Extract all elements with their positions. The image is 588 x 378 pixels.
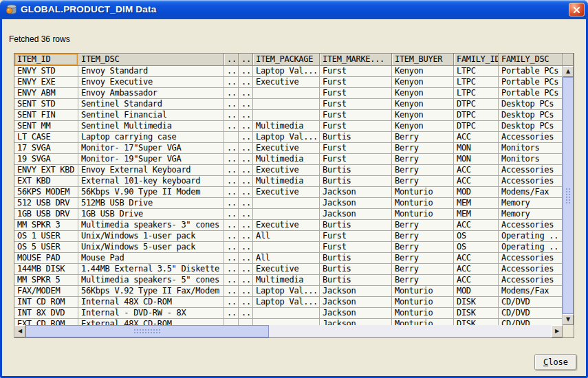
table-cell[interactable]: MM SPKR 3 [14, 220, 78, 231]
table-cell[interactable]: Unix/Windows 5-user pack [78, 242, 224, 253]
table-cell[interactable]: Burtis [320, 220, 392, 231]
table-cell[interactable]: ... [224, 99, 239, 110]
table-cell[interactable]: Envoy Ambassador [78, 88, 224, 99]
table-cell[interactable]: ... [239, 297, 253, 308]
table-cell[interactable]: ... [224, 209, 239, 220]
table-cell[interactable]: Monturio [392, 297, 454, 308]
window-close-button[interactable] [569, 3, 585, 16]
table-cell[interactable]: MON [454, 154, 499, 165]
column-header[interactable]: ... [239, 54, 253, 66]
table-cell[interactable]: FAX/MODEM [14, 286, 78, 297]
table-cell[interactable]: ... [224, 110, 239, 121]
table-cell[interactable]: Furst [320, 154, 392, 165]
table-cell[interactable]: Desktop PCs [499, 121, 563, 132]
table-cell[interactable]: All [253, 253, 320, 264]
table-cell[interactable]: Accessories [499, 165, 563, 176]
table-cell[interactable]: ACC [454, 253, 499, 264]
table-cell[interactable]: Memory [499, 198, 563, 209]
table-cell[interactable]: Executive [253, 165, 320, 176]
table-cell[interactable]: ... [239, 165, 253, 176]
table-cell[interactable]: MOD [454, 286, 499, 297]
table-cell[interactable]: Laptop carrying case [78, 132, 224, 143]
table-cell[interactable]: Executive [253, 264, 320, 275]
table-cell[interactable]: DTPC [454, 99, 499, 110]
table-cell[interactable]: ... [239, 187, 253, 198]
table-cell[interactable]: DISK [454, 308, 499, 319]
table-cell[interactable] [253, 110, 320, 121]
table-cell[interactable]: External 101-key keyboard [78, 176, 224, 187]
table-cell[interactable]: ... [239, 110, 253, 121]
table-cell[interactable]: ... [239, 286, 253, 297]
table-cell[interactable] [239, 319, 253, 325]
horizontal-scrollbar[interactable]: ◀ ▶ [14, 325, 563, 337]
table-cell[interactable] [253, 88, 320, 99]
table-cell[interactable]: ... [239, 132, 253, 143]
table-cell[interactable] [253, 209, 320, 220]
table-cell[interactable]: Laptop Val... [253, 132, 320, 143]
table-cell[interactable]: ... [224, 143, 239, 154]
table-cell[interactable]: 56Kbps V.92 Type II Fax/Modem [78, 286, 224, 297]
table-cell[interactable]: 1GB USB DRV [14, 209, 78, 220]
table-cell[interactable]: Multimedia [253, 176, 320, 187]
table-cell[interactable]: Multimedia speakers- 5" cones [78, 275, 224, 286]
table-cell[interactable]: OS [454, 231, 499, 242]
table-cell[interactable]: External 48X CD-ROM [78, 319, 224, 325]
table-cell[interactable]: ACC [454, 132, 499, 143]
horizontal-scroll-thumb[interactable] [25, 325, 269, 337]
table-cell[interactable]: Multimedia [253, 154, 320, 165]
table-cell[interactable]: ... [239, 275, 253, 286]
scroll-left-button[interactable]: ◀ [14, 325, 25, 337]
table-cell[interactable]: ... [239, 66, 253, 77]
table-cell[interactable]: Berry [392, 143, 454, 154]
table-cell[interactable]: ACC [454, 176, 499, 187]
table-cell[interactable]: Executive [253, 187, 320, 198]
table-cell[interactable]: Kenyon [392, 66, 454, 77]
table-cell[interactable]: Modems/Fax [499, 286, 563, 297]
table-cell[interactable]: Monturio [392, 209, 454, 220]
table-cell[interactable]: Portable PCs [499, 88, 563, 99]
table-cell[interactable]: Monturio [392, 187, 454, 198]
table-cell[interactable]: Furst [320, 242, 392, 253]
scroll-down-button[interactable]: ▼ [563, 314, 574, 325]
vertical-scrollbar[interactable]: ▲ ▼ [563, 66, 574, 325]
table-cell[interactable]: Monturio [392, 308, 454, 319]
table-cell[interactable]: OS [454, 242, 499, 253]
table-cell[interactable]: 512 USB DRV [14, 198, 78, 209]
table-cell[interactable]: Monturio [392, 286, 454, 297]
table-cell[interactable]: Monturio [392, 319, 454, 325]
table-cell[interactable]: INT 8X DVD [14, 308, 78, 319]
table-cell[interactable]: ... [224, 286, 239, 297]
column-header[interactable]: ... [224, 54, 239, 66]
table-cell[interactable]: ... [224, 275, 239, 286]
table-cell[interactable]: Multimedia speakers- 3" cones [78, 220, 224, 231]
table-cell[interactable]: 1.44MB External 3.5" Diskette [78, 264, 224, 275]
table-cell[interactable]: Berry [392, 253, 454, 264]
table-cell[interactable]: ... [224, 77, 239, 88]
table-cell[interactable]: Monitor- 17"Super VGA [78, 143, 224, 154]
table-cell[interactable]: CD/DVD [499, 297, 563, 308]
table-cell[interactable]: 1GB USB Drive [78, 209, 224, 220]
table-cell[interactable]: Berry [392, 242, 454, 253]
table-cell[interactable]: Accessories [499, 275, 563, 286]
table-cell[interactable]: Kenyon [392, 121, 454, 132]
table-cell[interactable]: Burtis [320, 253, 392, 264]
table-cell[interactable]: Burtis [320, 165, 392, 176]
table-cell[interactable]: Berry [392, 231, 454, 242]
table-cell[interactable]: OS 5 USER [14, 242, 78, 253]
table-cell[interactable]: Portable PCs [499, 66, 563, 77]
table-cell[interactable]: ... [224, 253, 239, 264]
table-cell[interactable]: ... [239, 99, 253, 110]
close-button[interactable]: Close [534, 354, 577, 370]
table-cell[interactable]: Kenyon [392, 88, 454, 99]
table-cell[interactable]: DISK [454, 319, 499, 325]
column-header[interactable]: ITEM_PACKAGE [253, 54, 320, 66]
table-cell[interactable]: ENVY EXE [14, 77, 78, 88]
table-cell[interactable]: ... [224, 264, 239, 275]
table-cell[interactable]: ... [239, 176, 253, 187]
table-cell[interactable]: ... [224, 88, 239, 99]
table-cell[interactable]: Executive [253, 77, 320, 88]
table-cell[interactable]: Memory [499, 209, 563, 220]
table-cell[interactable]: Executive [253, 143, 320, 154]
table-cell[interactable]: ACC [454, 165, 499, 176]
table-cell[interactable]: ... [239, 231, 253, 242]
